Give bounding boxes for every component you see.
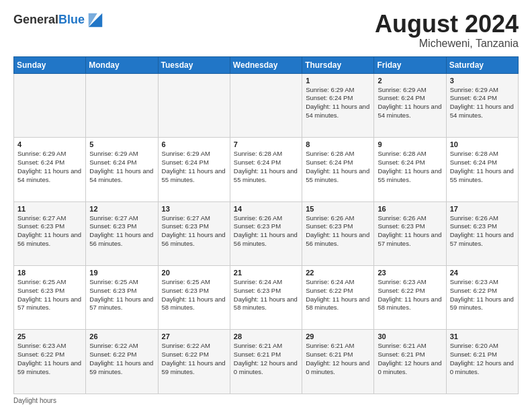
- day-info: Sunrise: 6:26 AMSunset: 6:23 PMDaylight:…: [306, 214, 370, 248]
- weekday-row: SundayMondayTuesdayWednesdayThursdayFrid…: [14, 56, 519, 73]
- week-row-2: 4Sunrise: 6:29 AMSunset: 6:24 PMDaylight…: [14, 138, 519, 201]
- day-number: 10: [450, 140, 515, 148]
- day-number: 28: [234, 332, 298, 340]
- week-row-1: 1Sunrise: 6:29 AMSunset: 6:24 PMDaylight…: [14, 73, 519, 137]
- day-number: 17: [450, 205, 515, 213]
- day-info: Sunrise: 6:26 AMSunset: 6:23 PMDaylight:…: [234, 214, 298, 248]
- day-info: Sunrise: 6:21 AMSunset: 6:21 PMDaylight:…: [306, 342, 370, 376]
- day-info: Sunrise: 6:21 AMSunset: 6:21 PMDaylight:…: [378, 342, 442, 376]
- calendar-cell: 8Sunrise: 6:28 AMSunset: 6:24 PMDaylight…: [302, 138, 374, 201]
- day-info: Sunrise: 6:29 AMSunset: 6:24 PMDaylight:…: [162, 150, 226, 184]
- calendar-cell: 3Sunrise: 6:29 AMSunset: 6:24 PMDaylight…: [446, 73, 518, 137]
- day-info: Sunrise: 6:22 AMSunset: 6:22 PMDaylight:…: [162, 342, 226, 376]
- calendar-cell: 18Sunrise: 6:25 AMSunset: 6:23 PMDayligh…: [14, 266, 86, 330]
- calendar-cell: 31Sunrise: 6:20 AMSunset: 6:21 PMDayligh…: [446, 330, 518, 394]
- day-info: Sunrise: 6:28 AMSunset: 6:24 PMDaylight:…: [306, 150, 370, 184]
- week-row-5: 25Sunrise: 6:23 AMSunset: 6:22 PMDayligh…: [14, 330, 519, 394]
- week-row-4: 18Sunrise: 6:25 AMSunset: 6:23 PMDayligh…: [14, 266, 519, 330]
- day-number: 16: [378, 205, 442, 213]
- calendar-cell: 4Sunrise: 6:29 AMSunset: 6:24 PMDaylight…: [14, 138, 86, 201]
- day-number: 29: [306, 332, 370, 340]
- weekday-header-wednesday: Wednesday: [230, 56, 302, 73]
- day-number: 9: [378, 140, 442, 148]
- day-info: Sunrise: 6:29 AMSunset: 6:24 PMDaylight:…: [378, 86, 442, 120]
- day-number: 23: [378, 269, 442, 277]
- weekday-header-sunday: Sunday: [14, 56, 86, 73]
- calendar-cell: 23Sunrise: 6:23 AMSunset: 6:22 PMDayligh…: [374, 266, 446, 330]
- calendar-cell: [14, 73, 86, 137]
- day-number: 12: [89, 205, 154, 213]
- calendar-cell: 29Sunrise: 6:21 AMSunset: 6:21 PMDayligh…: [302, 330, 374, 394]
- day-number: 24: [450, 269, 515, 277]
- calendar-header: SundayMondayTuesdayWednesdayThursdayFrid…: [14, 56, 519, 73]
- calendar-cell: 12Sunrise: 6:27 AMSunset: 6:23 PMDayligh…: [86, 201, 158, 265]
- day-number: 21: [234, 269, 298, 277]
- day-number: 7: [234, 140, 298, 148]
- week-row-3: 11Sunrise: 6:27 AMSunset: 6:23 PMDayligh…: [14, 201, 519, 265]
- calendar-cell: 16Sunrise: 6:26 AMSunset: 6:23 PMDayligh…: [374, 201, 446, 265]
- calendar-body: 1Sunrise: 6:29 AMSunset: 6:24 PMDaylight…: [14, 73, 519, 394]
- calendar-cell: 13Sunrise: 6:27 AMSunset: 6:23 PMDayligh…: [158, 201, 230, 265]
- day-number: 27: [162, 332, 226, 340]
- calendar-cell: 9Sunrise: 6:28 AMSunset: 6:24 PMDaylight…: [374, 138, 446, 201]
- day-info: Sunrise: 6:26 AMSunset: 6:23 PMDaylight:…: [378, 214, 442, 248]
- day-info: Sunrise: 6:23 AMSunset: 6:22 PMDaylight:…: [450, 278, 515, 312]
- calendar-cell: 11Sunrise: 6:27 AMSunset: 6:23 PMDayligh…: [14, 201, 86, 265]
- day-info: Sunrise: 6:28 AMSunset: 6:24 PMDaylight:…: [450, 150, 515, 184]
- calendar-cell: 26Sunrise: 6:22 AMSunset: 6:22 PMDayligh…: [86, 330, 158, 394]
- calendar-cell: 24Sunrise: 6:23 AMSunset: 6:22 PMDayligh…: [446, 266, 518, 330]
- day-info: Sunrise: 6:23 AMSunset: 6:22 PMDaylight:…: [17, 342, 82, 376]
- calendar-cell: 2Sunrise: 6:29 AMSunset: 6:24 PMDaylight…: [374, 73, 446, 137]
- calendar-cell: 19Sunrise: 6:25 AMSunset: 6:23 PMDayligh…: [86, 266, 158, 330]
- calendar-cell: 22Sunrise: 6:24 AMSunset: 6:22 PMDayligh…: [302, 266, 374, 330]
- calendar: SundayMondayTuesdayWednesdayThursdayFrid…: [13, 56, 519, 394]
- calendar-cell: [158, 73, 230, 137]
- calendar-cell: 27Sunrise: 6:22 AMSunset: 6:22 PMDayligh…: [158, 330, 230, 394]
- logo: GeneralBlue: [13, 11, 105, 30]
- day-info: Sunrise: 6:27 AMSunset: 6:23 PMDaylight:…: [89, 214, 154, 248]
- calendar-cell: 7Sunrise: 6:28 AMSunset: 6:24 PMDaylight…: [230, 138, 302, 201]
- day-number: 30: [378, 332, 442, 340]
- day-number: 13: [162, 205, 226, 213]
- calendar-cell: 21Sunrise: 6:24 AMSunset: 6:23 PMDayligh…: [230, 266, 302, 330]
- day-info: Sunrise: 6:26 AMSunset: 6:23 PMDaylight:…: [450, 214, 515, 248]
- day-info: Sunrise: 6:29 AMSunset: 6:24 PMDaylight:…: [450, 86, 515, 120]
- day-info: Sunrise: 6:20 AMSunset: 6:21 PMDaylight:…: [450, 342, 515, 376]
- calendar-table: SundayMondayTuesdayWednesdayThursdayFrid…: [13, 56, 519, 394]
- day-info: Sunrise: 6:23 AMSunset: 6:22 PMDaylight:…: [378, 278, 442, 312]
- day-number: 18: [17, 269, 82, 277]
- day-info: Sunrise: 6:28 AMSunset: 6:24 PMDaylight:…: [378, 150, 442, 184]
- weekday-header-thursday: Thursday: [302, 56, 374, 73]
- calendar-cell: 17Sunrise: 6:26 AMSunset: 6:23 PMDayligh…: [446, 201, 518, 265]
- day-number: 2: [378, 77, 442, 85]
- calendar-cell: 15Sunrise: 6:26 AMSunset: 6:23 PMDayligh…: [302, 201, 374, 265]
- calendar-cell: 20Sunrise: 6:25 AMSunset: 6:23 PMDayligh…: [158, 266, 230, 330]
- day-number: 31: [450, 332, 515, 340]
- weekday-header-monday: Monday: [86, 56, 158, 73]
- calendar-cell: 25Sunrise: 6:23 AMSunset: 6:22 PMDayligh…: [14, 330, 86, 394]
- calendar-cell: 10Sunrise: 6:28 AMSunset: 6:24 PMDayligh…: [446, 138, 518, 201]
- calendar-cell: 30Sunrise: 6:21 AMSunset: 6:21 PMDayligh…: [374, 330, 446, 394]
- weekday-header-saturday: Saturday: [446, 56, 518, 73]
- day-info: Sunrise: 6:27 AMSunset: 6:23 PMDaylight:…: [162, 214, 226, 248]
- day-info: Sunrise: 6:25 AMSunset: 6:23 PMDaylight:…: [17, 278, 82, 312]
- logo-icon: [86, 11, 105, 30]
- day-number: 14: [234, 205, 298, 213]
- page: GeneralBlue August 2024 Micheweni, Tanza…: [0, 0, 532, 411]
- calendar-cell: [86, 73, 158, 137]
- footer-note: Daylight hours: [13, 397, 519, 404]
- day-number: 19: [89, 269, 154, 277]
- day-info: Sunrise: 6:29 AMSunset: 6:24 PMDaylight:…: [306, 86, 370, 120]
- day-number: 1: [306, 77, 370, 85]
- day-number: 22: [306, 269, 370, 277]
- header: GeneralBlue August 2024 Micheweni, Tanza…: [13, 11, 519, 50]
- day-info: Sunrise: 6:25 AMSunset: 6:23 PMDaylight:…: [89, 278, 154, 312]
- weekday-header-tuesday: Tuesday: [158, 56, 230, 73]
- day-info: Sunrise: 6:29 AMSunset: 6:24 PMDaylight:…: [89, 150, 154, 184]
- day-info: Sunrise: 6:25 AMSunset: 6:23 PMDaylight:…: [162, 278, 226, 312]
- day-number: 5: [89, 140, 154, 148]
- calendar-cell: 1Sunrise: 6:29 AMSunset: 6:24 PMDaylight…: [302, 73, 374, 137]
- day-number: 26: [89, 332, 154, 340]
- day-number: 6: [162, 140, 226, 148]
- day-number: 8: [306, 140, 370, 148]
